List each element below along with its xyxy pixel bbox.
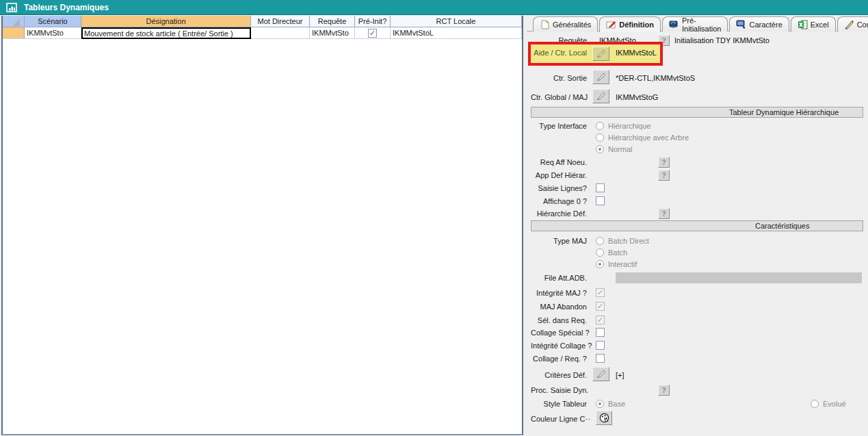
field-label: Type Interface (531, 122, 587, 130)
tab-generalites[interactable]: Généralités (533, 16, 598, 31)
cell-pre-init[interactable]: ✓ (355, 27, 391, 39)
pre-init-checkbox[interactable]: ✓ (368, 29, 377, 38)
field-hierarchie-def: Hiérarchie Déf. ? (531, 208, 868, 220)
hand-pen-icon (596, 49, 607, 59)
ctr-sortie-edit-button[interactable] (592, 70, 609, 84)
field-label: App Def Hiérar. (531, 171, 587, 179)
tab-label: Définition (619, 21, 654, 29)
pencil-icon (844, 20, 854, 29)
aide-ctr-local-edit-button[interactable] (592, 47, 609, 61)
field-label: Ctr. Sortie (531, 74, 587, 82)
hand-pen-icon (596, 369, 607, 379)
cell-rct-locale[interactable]: IKMMvtStoL (391, 27, 522, 39)
field-label: Intégrité Collage ? (531, 342, 587, 350)
radio-batch[interactable] (596, 248, 604, 257)
row-selector-cell[interactable] (3, 27, 25, 39)
tabstrip: Généralités Définition Pré-Initialisatio… (533, 16, 868, 31)
integrite-maj-checkbox[interactable]: ✓ (596, 288, 605, 297)
file-att-adb-input[interactable] (616, 272, 862, 283)
field-label: Saisie Lignes? (531, 184, 587, 192)
col-header-requete[interactable]: Requête (310, 16, 355, 27)
field-integrite-maj: Intégrité MAJ ? ✓ (531, 287, 868, 300)
radio-label: Base (608, 400, 625, 408)
field-label: Ctr. Global / MAJ (531, 93, 587, 101)
field-type-interface: Type Interface Hiérarchique (531, 120, 868, 133)
integrite-collage-checkbox[interactable] (596, 341, 605, 350)
saisie-lignes-checkbox[interactable] (596, 183, 605, 192)
req-aff-noeu-lookup-button[interactable]: ? (658, 157, 670, 168)
col-header-pre-init[interactable]: Pré-Init? (355, 16, 391, 27)
cell-designation-selected[interactable]: Mouvement de stock article ( Entrée/ Sor… (81, 27, 251, 39)
field-label: Type MAJ (531, 237, 587, 245)
field-label: Critères Déf. (531, 371, 587, 379)
select-all-triangle-icon (12, 18, 20, 26)
select-all-corner[interactable] (3, 16, 25, 27)
collage-special-checkbox[interactable] (596, 328, 605, 337)
col-header-scenario[interactable]: Scénario (25, 16, 81, 27)
col-header-mot-directeur[interactable]: Mot Directeur (251, 16, 310, 27)
cell-requete[interactable]: IKMMvtSto (310, 27, 355, 39)
field-label: Collage / Req. ? (531, 355, 587, 363)
section-header-hierarchique: Tableur Dynamique Hiérarchique (531, 107, 863, 118)
window-titlebar: Tableurs Dynamiques (0, 0, 868, 15)
radio-hierarchique[interactable] (596, 122, 604, 130)
radio-interactif-selected[interactable] (596, 260, 604, 268)
tab-caractere[interactable]: Caractère (729, 16, 789, 31)
field-collage-special: Collage Spécial ? (531, 327, 868, 339)
radio-base-selected[interactable] (596, 400, 604, 408)
window-app-icon (6, 3, 17, 12)
field-label: Collage Spécial ? (531, 329, 587, 337)
scenario-grid: Scénario Désignation Mot Directeur Requê… (1, 16, 523, 435)
field-label: Sél. dans Req. (531, 316, 587, 324)
hierarchie-def-lookup-button[interactable]: ? (658, 208, 670, 219)
app-def-hierar-lookup-button[interactable]: ? (658, 170, 670, 181)
affichage-0-checkbox[interactable] (596, 196, 605, 205)
collage-req-checkbox[interactable] (596, 354, 605, 363)
field-ctr-sortie: Ctr. Sortie *DER-CTL,IKMMvtStoS (531, 70, 868, 82)
radio-label: Interactif (608, 260, 637, 268)
table-row: IKMMvtSto Mouvement de stock article ( E… (3, 27, 522, 39)
field-affichage-0: Affichage 0 ? (531, 196, 868, 208)
cell-scenario[interactable]: IKMMvtSto (25, 27, 81, 39)
col-header-rct-locale[interactable]: RCT Locale (391, 16, 522, 27)
maj-abandon-checkbox[interactable]: ✓ (596, 302, 605, 311)
field-sel-dans-req: Sél. dans Req. ✓ (531, 315, 868, 327)
field-type-interface-opt2: Hiérarchique avec Arbre (531, 132, 868, 144)
field-label: Intégrité MAJ ? (531, 289, 587, 297)
field-label: File Att.ADB. (531, 274, 587, 282)
couleur-ligne-button[interactable] (596, 411, 612, 425)
aide-ctr-local-value: IKMMvtStoL (616, 49, 657, 57)
col-header-designation[interactable]: Désignation (81, 16, 251, 27)
excel-icon (798, 20, 808, 29)
radio-batch-direct[interactable] (596, 237, 604, 245)
radio-evolue[interactable] (811, 400, 819, 408)
field-integrite-collage: Intégrité Collage ? (531, 340, 868, 352)
radio-hierarchique-arbre[interactable] (596, 133, 604, 142)
tab-label: Pré-Initialisation (682, 16, 721, 33)
ctr-global-value: IKMMvtStoG (616, 93, 658, 101)
cell-mot-directeur[interactable] (251, 27, 310, 39)
field-req-aff-noeu: Req Aff Noeu. ? (531, 157, 868, 169)
tab-commentaire[interactable]: Commentaire (837, 16, 868, 31)
monitor-refresh-icon (669, 20, 679, 29)
field-proc-saisie-dyn: Proc. Saisie Dyn. ? (531, 385, 868, 397)
field-criteres-def: Critères Déf. [+] (531, 367, 868, 379)
ctr-global-edit-button[interactable] (592, 89, 609, 103)
field-label: Style Tableur (531, 400, 587, 408)
tab-pre-initialisation[interactable]: Pré-Initialisation (662, 16, 728, 31)
criteres-def-value: [+] (616, 371, 624, 379)
field-label: Couleur Ligne C·· (531, 415, 587, 423)
radio-label: Batch Direct (608, 237, 649, 245)
criteres-def-edit-button[interactable] (592, 367, 609, 381)
sel-dans-req-checkbox[interactable]: ✓ (596, 316, 605, 324)
tab-definition[interactable]: Définition (599, 16, 661, 32)
field-label: MAJ Abandon (531, 303, 587, 311)
aide-ctr-local-highlight: Aide / Ctr. Local IKMMvtStoL (528, 42, 663, 66)
proc-saisie-dyn-lookup-button[interactable]: ? (658, 385, 670, 396)
hand-pen-icon (596, 72, 607, 82)
radio-normal-selected[interactable] (596, 145, 604, 153)
field-saisie-lignes: Saisie Lignes? (531, 183, 868, 195)
window-title: Tableurs Dynamiques (24, 3, 109, 12)
document-icon (540, 20, 550, 29)
tab-excel[interactable]: Excel (791, 16, 836, 31)
